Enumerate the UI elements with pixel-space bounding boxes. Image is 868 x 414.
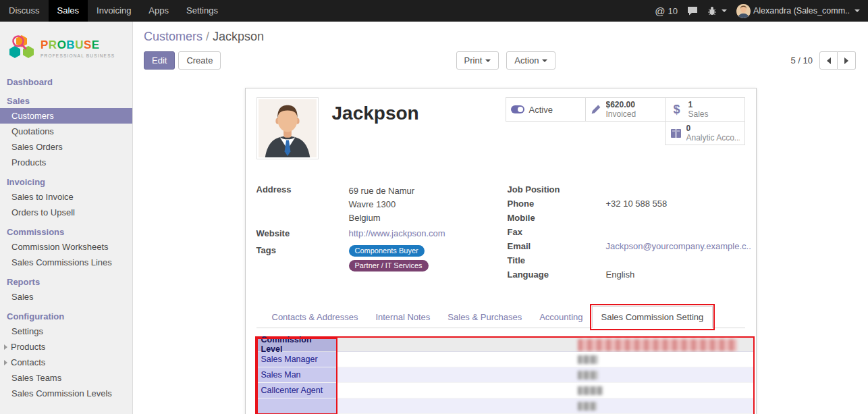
pager-next-button[interactable] bbox=[838, 51, 856, 70]
invoiced-stat-button[interactable]: $620.00 Invoiced bbox=[585, 97, 666, 122]
sidebar-item-label: Orders to Upsell bbox=[11, 207, 75, 217]
website-link[interactable]: http://www.jackpson.com bbox=[349, 228, 445, 238]
menu-invoicing[interactable]: Invoicing bbox=[88, 0, 140, 22]
commission-level-cell[interactable]: Sales Man bbox=[256, 367, 337, 382]
sidebar-item-commission-worksheets[interactable]: Commission Worksheets bbox=[0, 239, 132, 255]
job-position-value[interactable] bbox=[606, 184, 751, 196]
print-dropdown-button[interactable]: Print bbox=[456, 51, 499, 70]
commission-level-column-header[interactable]: Commission Level bbox=[256, 338, 337, 351]
commission-level-cell[interactable]: Callcenter Agent bbox=[256, 383, 337, 398]
title-value[interactable] bbox=[606, 255, 751, 267]
tab-accounting[interactable]: Accounting bbox=[531, 307, 591, 328]
tag-partner-it-services[interactable]: Partner / IT Services bbox=[349, 260, 429, 271]
invoiced-value: $620.00 bbox=[606, 100, 636, 109]
user-name: Alexandra (Sales_comm.. bbox=[753, 6, 850, 16]
commission-level-cell[interactable] bbox=[256, 398, 337, 413]
breadcrumb-current: Jackpson bbox=[213, 30, 264, 43]
analytic-count-label: Analytic Acco... bbox=[686, 133, 740, 143]
email-link[interactable]: Jackpson@yourcompany.example.c.. bbox=[606, 241, 751, 251]
sidebar-section-sales[interactable]: Sales bbox=[0, 93, 132, 108]
pager-previous-button[interactable] bbox=[819, 51, 838, 70]
logo-hexagons-icon bbox=[7, 32, 36, 63]
sidebar-item-sales-orders[interactable]: Sales Orders bbox=[0, 139, 132, 155]
bug-icon bbox=[707, 6, 717, 16]
create-button[interactable]: Create bbox=[178, 51, 221, 70]
table-row[interactable]: Sales Manager bbox=[256, 352, 753, 367]
title-label: Title bbox=[508, 255, 606, 267]
sidebar-item-products[interactable]: Products bbox=[0, 155, 132, 170]
sidebar-section-invoicing[interactable]: Invoicing bbox=[0, 174, 132, 189]
mobile-label: Mobile bbox=[508, 213, 606, 224]
address-value[interactable]: 69 rue de Namur Wavre 1300 Belgium bbox=[349, 184, 508, 225]
menu-apps[interactable]: Apps bbox=[140, 0, 178, 22]
sidebar-section-commissions[interactable]: Commissions bbox=[0, 224, 132, 239]
email-label: Email bbox=[508, 241, 606, 253]
action-dropdown-button[interactable]: Action bbox=[506, 51, 555, 70]
table-row-empty[interactable] bbox=[256, 398, 753, 414]
customer-photo[interactable] bbox=[256, 97, 319, 159]
phone-value[interactable]: +32 10 588 558 bbox=[606, 199, 751, 210]
address-line-1: 69 rue de Namur bbox=[349, 184, 508, 198]
menu-discuss[interactable]: Discuss bbox=[0, 0, 49, 22]
tab-sales-commission-setting[interactable]: Sales Commission Setting bbox=[592, 306, 713, 328]
commission-table-annotation-box: Commission Level Sales Manager Sales Man… bbox=[255, 336, 755, 414]
mention-counter[interactable]: @ 10 bbox=[655, 5, 678, 17]
table-row[interactable]: Sales Man bbox=[256, 367, 753, 383]
sidebar-section-configuration[interactable]: Configuration bbox=[0, 309, 132, 324]
company-logo[interactable]: PROBUSE PROFESSIONAL BUSINESS bbox=[0, 22, 132, 73]
breadcrumb-customers-link[interactable]: Customers bbox=[144, 30, 202, 43]
logo-letter: P bbox=[40, 38, 49, 51]
menu-settings[interactable]: Settings bbox=[178, 0, 227, 22]
sidebar-item-config-products[interactable]: Products bbox=[0, 339, 132, 355]
sidebar-item-label: Quotations bbox=[11, 126, 54, 136]
tab-contacts-addresses[interactable]: Contacts & Addresses bbox=[263, 307, 367, 328]
print-label: Print bbox=[464, 55, 483, 66]
at-icon: @ bbox=[655, 5, 665, 17]
top-navbar: Discuss Sales Invoicing Apps Settings @ … bbox=[0, 0, 868, 22]
redacted-cell bbox=[578, 402, 597, 411]
chevron-down-icon bbox=[722, 9, 727, 12]
sidebar-section-dashboard[interactable]: Dashboard bbox=[0, 74, 132, 89]
menu-sales[interactable]: Sales bbox=[49, 0, 88, 22]
messages-button[interactable] bbox=[687, 6, 698, 16]
active-label: Active bbox=[529, 105, 553, 115]
sidebar-item-label: Customers bbox=[11, 111, 54, 121]
debug-menu[interactable] bbox=[707, 6, 727, 16]
tag-components-buyer[interactable]: Components Buyer bbox=[349, 245, 425, 257]
logo-letter: O bbox=[57, 38, 67, 51]
logo-wordmark: PROBUSE PROFESSIONAL BUSINESS bbox=[40, 38, 115, 58]
chevron-right-icon bbox=[844, 57, 848, 64]
sidebar-item-quotations[interactable]: Quotations bbox=[0, 124, 132, 139]
sidebar-item-customers[interactable]: Customers bbox=[0, 108, 132, 124]
tab-sales-purchases[interactable]: Sales & Purchases bbox=[439, 307, 531, 328]
mobile-value[interactable] bbox=[606, 213, 751, 224]
edit-button[interactable]: Edit bbox=[144, 51, 175, 70]
sidebar: PROBUSE PROFESSIONAL BUSINESS Dashboard … bbox=[0, 22, 133, 414]
sidebar-item-orders-to-upsell[interactable]: Orders to Upsell bbox=[0, 205, 132, 220]
address-line-3: Belgium bbox=[349, 211, 508, 225]
application-window: Discuss Sales Invoicing Apps Settings @ … bbox=[0, 0, 868, 414]
sidebar-section-reports[interactable]: Reports bbox=[0, 274, 132, 289]
analytic-accounts-stat-button[interactable]: 0 Analytic Acco... bbox=[665, 121, 745, 145]
fax-value[interactable] bbox=[606, 227, 751, 238]
table-row[interactable]: Callcenter Agent bbox=[256, 383, 753, 398]
tags-field[interactable]: Components Buyer Partner / IT Services bbox=[349, 245, 508, 275]
sidebar-item-config-contacts[interactable]: Contacts bbox=[0, 355, 132, 370]
language-value[interactable]: English bbox=[606, 269, 751, 281]
form-sheet: Jackpson Active bbox=[245, 88, 757, 414]
commission-level-cell[interactable]: Sales Manager bbox=[256, 352, 337, 367]
main-content: Customers/Jackpson Edit Create Print Act… bbox=[133, 22, 868, 414]
sales-stat-button[interactable]: $ 1 Sales bbox=[665, 97, 745, 122]
tab-internal-notes[interactable]: Internal Notes bbox=[367, 307, 439, 328]
sidebar-item-sales-commission-levels[interactable]: Sales Commission Levels bbox=[0, 386, 132, 401]
sidebar-item-reports-sales[interactable]: Sales bbox=[0, 289, 132, 305]
sidebar-item-label: Products bbox=[11, 157, 46, 167]
user-menu[interactable]: Alexandra (Sales_comm.. bbox=[736, 4, 860, 18]
website-label: Website bbox=[256, 228, 349, 240]
field-groups: Address 69 rue de Namur Wavre 1300 Belgi… bbox=[256, 184, 745, 284]
active-toggle-button[interactable]: Active bbox=[506, 97, 586, 122]
sidebar-item-settings[interactable]: Settings bbox=[0, 324, 132, 339]
sidebar-item-sales-teams[interactable]: Sales Teams bbox=[0, 370, 132, 386]
sidebar-item-sales-commissions-lines[interactable]: Sales Commissions Lines bbox=[0, 255, 132, 270]
sidebar-item-sales-to-invoice[interactable]: Sales to Invoice bbox=[0, 189, 132, 205]
